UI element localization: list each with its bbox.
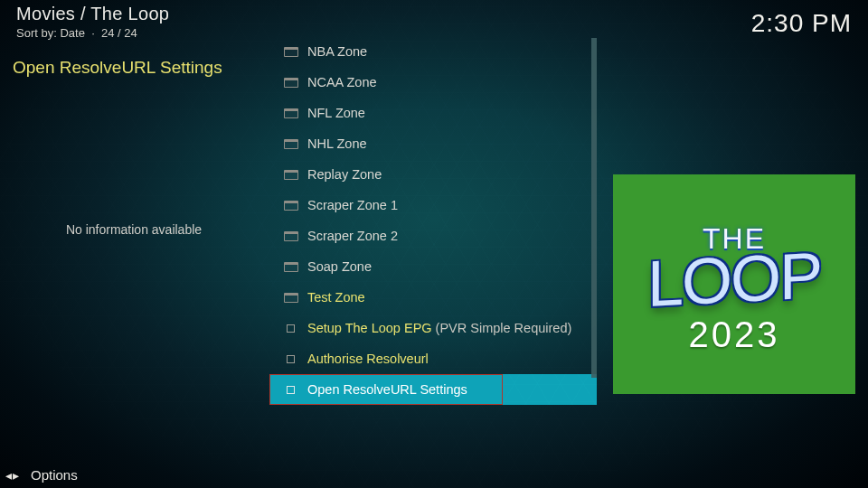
list-scrollbar[interactable] — [591, 38, 597, 378]
list-item[interactable]: Scraper Zone 2 — [269, 221, 597, 251]
list-item[interactable]: Scraper Zone 1 — [269, 190, 597, 221]
folder-icon — [284, 262, 298, 272]
clock: 2:30 PM — [751, 9, 852, 38]
folder-icon — [284, 78, 298, 88]
list-item[interactable]: Soap Zone — [269, 251, 597, 282]
list-item-label: NHL Zone — [307, 136, 367, 151]
list-item[interactable]: Setup The Loop EPG (PVR Simple Required) — [269, 313, 597, 343]
list-item[interactable]: Open ResolveURL Settings — [269, 374, 503, 405]
options-arrows-icon: ◂▸ — [5, 468, 20, 483]
list-item-label: Replay Zone — [307, 167, 382, 182]
list-item-label: NCAA Zone — [307, 75, 377, 89]
list-item-label: Test Zone — [307, 290, 365, 305]
list-item[interactable]: Replay Zone — [269, 159, 597, 190]
program-icon — [287, 386, 295, 394]
sort-prefix: Sort by: — [16, 26, 60, 40]
folder-icon — [284, 47, 298, 57]
folder-icon — [284, 108, 298, 118]
list-item[interactable]: Authorise Resolveurl — [269, 343, 597, 374]
page-title: Open ResolveURL Settings — [13, 58, 255, 78]
folder-icon — [284, 231, 298, 241]
list-item-label: NFL Zone — [307, 106, 365, 120]
list-item[interactable]: NBA Zone — [269, 36, 597, 67]
list-item-label: NBA Zone — [307, 44, 367, 59]
poster-line-loop: LOOP — [647, 246, 821, 314]
list-item-label: Scraper Zone 2 — [307, 229, 398, 243]
no-information-label: No information available — [0, 222, 268, 237]
addon-poster: THE LOOP 2023 — [613, 174, 855, 394]
list-item[interactable]: NHL Zone — [269, 128, 597, 159]
list-item-label: Scraper Zone 1 — [307, 198, 398, 212]
sort-field: Date — [60, 26, 84, 40]
list-item-extra: (PVR Simple Required) — [436, 321, 572, 335]
directory-list[interactable]: NBA ZoneNCAA ZoneNFL ZoneNHL ZoneReplay … — [269, 36, 597, 405]
list-item-label: Soap Zone — [307, 259, 372, 274]
folder-icon — [284, 170, 298, 180]
list-item-label: Setup The Loop EPG — [307, 321, 432, 335]
options-button[interactable]: Options — [31, 467, 78, 483]
folder-icon — [284, 293, 298, 303]
list-item-label: Authorise Resolveurl — [307, 352, 429, 366]
program-icon — [287, 324, 295, 333]
folder-icon — [284, 201, 298, 211]
item-count: 24 / 24 — [101, 26, 137, 40]
list-item-label: Open ResolveURL Settings — [307, 382, 467, 397]
folder-icon — [284, 139, 298, 149]
list-item[interactable]: Test Zone — [269, 282, 597, 313]
list-item[interactable]: NFL Zone — [269, 98, 597, 128]
poster-line-year: 2023 — [689, 314, 780, 355]
breadcrumb: Movies / The Loop — [16, 4, 852, 24]
program-icon — [287, 355, 295, 363]
dot-separator: · — [89, 26, 101, 40]
list-item[interactable]: NCAA Zone — [269, 67, 597, 98]
